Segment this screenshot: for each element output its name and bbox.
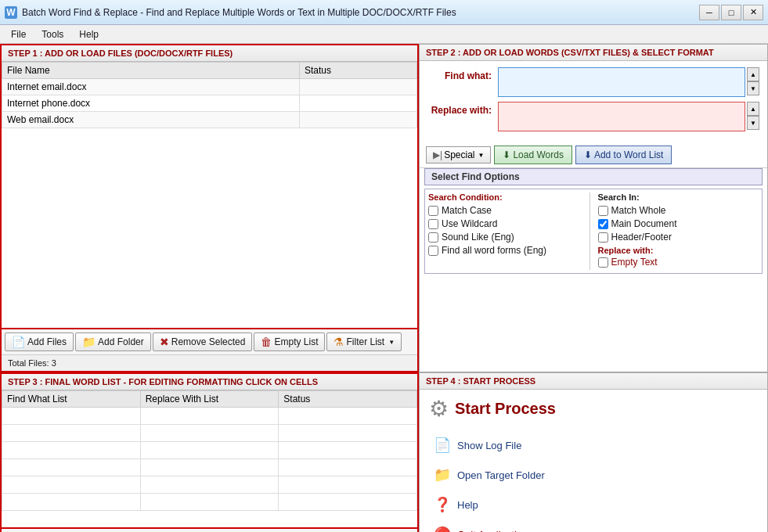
find-options: Select Find Options Search Condition: Ma… (420, 168, 767, 372)
list-item[interactable] (2, 425, 417, 442)
options-grid: Search Condition: Match Case Use Wildcar… (424, 189, 763, 274)
load-words-button[interactable]: ⬇ Load Words (494, 146, 571, 164)
find-all-forms-row: Find all word forms (Eng) (428, 245, 590, 256)
app-icon: W (5, 6, 17, 19)
empty-text-label: Empty Text (611, 257, 658, 268)
status-cell (279, 494, 417, 511)
add-folder-button[interactable]: 📁 Add Folder (75, 332, 151, 351)
step3-header: STEP 3 : FINAL WORD LIST - FOR EDITING F… (2, 374, 417, 390)
close-button[interactable]: ✕ (743, 5, 763, 20)
col-list-status: Status (279, 391, 417, 408)
special-button[interactable]: ▶| Special ▼ (426, 146, 491, 164)
step2-toolbar: ▶| Special ▼ ⬇ Load Words ⬇ Add to Word … (420, 142, 767, 168)
match-case-checkbox[interactable] (428, 206, 438, 216)
help-action[interactable]: ❓ Help (429, 494, 758, 516)
special-icon: ▶| (433, 149, 442, 160)
replace-scroll-down[interactable]: ▼ (747, 116, 759, 130)
maximize-button[interactable]: □ (721, 5, 741, 20)
replace-with-cell[interactable] (140, 494, 279, 511)
list-item[interactable] (2, 494, 417, 511)
show-log-action[interactable]: 📄 Show Log File (429, 434, 758, 456)
search-in-col: Search In: Match Whole Main Document Hea… (590, 192, 759, 270)
quit-action[interactable]: 🔴 Quit Application (429, 523, 758, 532)
minimize-button[interactable]: ─ (699, 5, 719, 20)
add-files-icon: 📄 (12, 336, 25, 348)
open-target-folder-action[interactable]: 📁 Open Target Folder (429, 464, 758, 486)
find-input[interactable] (498, 67, 745, 97)
match-case-label: Match Case (442, 205, 492, 216)
find-what-cell[interactable] (2, 494, 141, 511)
replace-with-cell[interactable] (140, 408, 279, 425)
replace-with-cell[interactable] (140, 476, 279, 494)
use-wildcard-row: Use Wildcard (428, 218, 590, 229)
use-wildcard-checkbox[interactable] (428, 219, 438, 229)
quit-icon: 🔴 (434, 526, 451, 532)
empty-text-checkbox[interactable] (598, 257, 608, 268)
status-cell (279, 408, 417, 425)
table-row[interactable]: Internet email.docx (2, 79, 417, 95)
step4-panel: STEP 4 : START PROCESS ⚙ Start Process 📄… (419, 372, 768, 532)
files-table: File Name Status Internet email.docxInte… (2, 62, 417, 328)
find-what-cell[interactable] (2, 476, 141, 494)
find-what-cell[interactable] (2, 425, 141, 442)
step1-toolbar: 📄 Add Files 📁 Add Folder ✖ Remove Select… (2, 328, 417, 354)
menu-tools[interactable]: Tools (34, 27, 71, 41)
title-bar-text: Batch Word Find & Replace - Find and Rep… (22, 7, 699, 18)
start-process-label: Start Process (455, 400, 556, 418)
empty-list-button[interactable]: 🗑 Empty List (254, 332, 325, 351)
help-label: Help (457, 499, 478, 511)
main-doc-row: Main Document (598, 218, 759, 229)
file-name-cell: Web email.docx (2, 112, 300, 128)
main-document-checkbox[interactable] (598, 219, 608, 229)
find-scroll-down[interactable]: ▼ (747, 81, 759, 95)
table-row[interactable]: Internet phone.docx (2, 95, 417, 112)
list-item[interactable] (2, 459, 417, 476)
find-what-cell[interactable] (2, 408, 141, 425)
match-whole-checkbox[interactable] (598, 206, 608, 216)
menu-help[interactable]: Help (71, 27, 106, 41)
total-files-label: Total Files: 3 (2, 354, 417, 371)
title-bar-controls: ─ □ ✕ (699, 5, 763, 20)
list-item[interactable] (2, 476, 417, 494)
replace-scroll-up[interactable]: ▲ (747, 102, 759, 116)
list-item[interactable] (2, 442, 417, 459)
sound-like-checkbox[interactable] (428, 232, 438, 243)
header-footer-label: Header/Footer (611, 232, 672, 243)
step1-panel: STEP 1 : ADD OR LOAD FILES (DOC/DOCX/RTF… (0, 44, 419, 372)
filter-list-button[interactable]: ⚗ Filter List ▼ (326, 332, 402, 351)
find-what-cell[interactable] (2, 459, 141, 476)
find-what-cell[interactable] (2, 442, 141, 459)
list-item[interactable] (2, 408, 417, 425)
help-icon: ❓ (434, 496, 451, 513)
remove-selected-button[interactable]: ✖ Remove Selected (153, 332, 253, 351)
start-process-row[interactable]: ⚙ Start Process (429, 396, 758, 422)
show-log-icon: 📄 (434, 437, 451, 454)
status-cell (279, 476, 417, 494)
open-folder-icon: 📁 (434, 466, 451, 483)
add-to-word-list-button[interactable]: ⬇ Add to Word List (575, 146, 672, 164)
header-footer-checkbox[interactable] (598, 232, 608, 243)
col-filename: File Name (2, 63, 300, 79)
quit-label: Quit Application (457, 529, 528, 533)
sound-like-row: Sound Like (Eng) (428, 232, 590, 243)
use-wildcard-label: Use Wildcard (442, 218, 497, 229)
file-name-cell: Internet phone.docx (2, 95, 300, 112)
step1-header: STEP 1 : ADD OR LOAD FILES (DOC/DOCX/RTF… (2, 45, 417, 62)
replace-with-cell[interactable] (140, 459, 279, 476)
find-options-header: Select Find Options (424, 168, 763, 185)
find-scroll-up[interactable]: ▲ (747, 67, 759, 81)
replace-scrollbar: ▲ ▼ (747, 102, 759, 131)
replace-with-cell[interactable] (140, 442, 279, 459)
replace-with-cell[interactable] (140, 425, 279, 442)
find-all-forms-label: Find all word forms (Eng) (442, 245, 546, 256)
menu-file[interactable]: File (3, 27, 34, 41)
start-process-icon: ⚙ (429, 396, 449, 422)
step2-header: STEP 2 : ADD OR LOAD WORDS (CSV/TXT FILE… (420, 45, 767, 61)
wordlist-grid: Find What List Replace With List Status (2, 390, 417, 511)
add-files-button[interactable]: 📄 Add Files (5, 332, 74, 351)
table-row[interactable]: Web email.docx (2, 112, 417, 128)
replace-input[interactable] (498, 102, 745, 131)
step4-content: ⚙ Start Process 📄 Show Log File 📁 Open T… (420, 390, 767, 532)
find-all-forms-checkbox[interactable] (428, 246, 438, 256)
main-document-label: Main Document (611, 218, 677, 229)
